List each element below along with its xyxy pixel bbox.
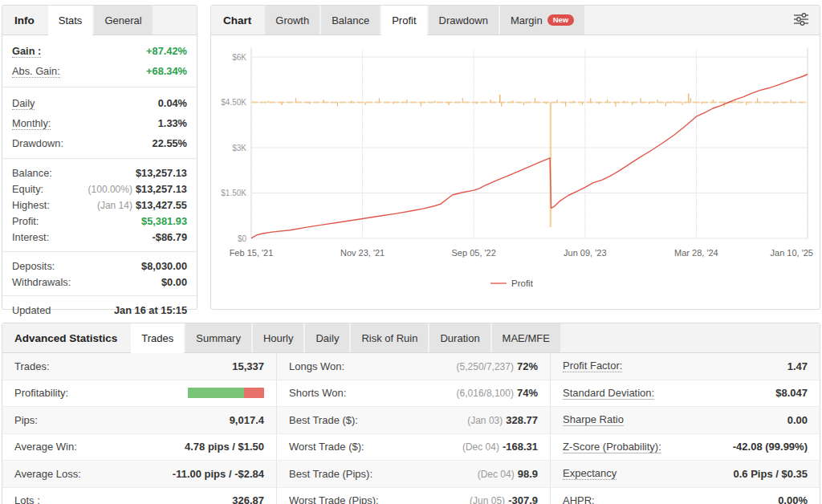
stat-row-drawdown: Drawdown:22.55% <box>2 133 197 152</box>
tab-balance[interactable]: Balance <box>321 6 380 35</box>
table-cell-label: Z-Score (Probability): <box>563 441 661 453</box>
y-axis-label: $3K <box>232 144 246 152</box>
tab-profit[interactable]: Profit <box>381 6 426 35</box>
table-value-text: -42.08 (99.99%) <box>733 441 808 453</box>
tab-margin[interactable]: MarginNew <box>500 6 584 35</box>
stat-value-text: $8,030.00 <box>141 260 187 272</box>
table-value-text: 9,017.4 <box>230 414 264 426</box>
stat-label: Profit: <box>12 215 39 227</box>
tab-daily[interactable]: Daily <box>305 323 349 352</box>
tab-growth[interactable]: Growth <box>265 6 319 35</box>
stat-label: Daily <box>12 97 35 110</box>
table-value-text: -307.9 <box>508 494 538 504</box>
tab-mae-mfe[interactable]: MAE/MFE <box>492 323 560 352</box>
table-cell-label: AHPR: <box>563 494 595 504</box>
table-value-text: 4.78 pips / $1.50 <box>185 441 264 453</box>
tab-summary[interactable]: Summary <box>185 323 251 352</box>
stat-label: Equity: <box>12 183 43 195</box>
stats-section: Gain :+87.42%Abs. Gain:+68.34% <box>2 35 197 87</box>
stat-value: 22.55% <box>153 137 187 149</box>
table-cell-value: (Jan 03)328.77 <box>467 414 538 426</box>
table-value-text: 98.9 <box>518 468 538 480</box>
legend-label: Profit <box>511 278 534 288</box>
table-value-text: 0.00 <box>787 414 808 426</box>
stat-label: Gain : <box>12 45 41 58</box>
profitability-bar <box>188 388 264 398</box>
tab-general[interactable]: General <box>94 6 152 35</box>
table-cell-value: 15,337 <box>232 360 264 372</box>
tab-stats[interactable]: Stats <box>48 6 93 35</box>
stat-row-withdrawals: Withdrawals:$0.00 <box>2 274 197 290</box>
table-cell-value: (Dec 04)98.9 <box>478 468 538 480</box>
table-cell-value: 0.00% <box>778 494 808 504</box>
table-row: Average Win:4.78 pips / $1.50Worst Trade… <box>2 434 820 461</box>
stat-value-text: $13,427.55 <box>136 199 187 211</box>
table-cell-shorts-won: Shorts Won:(6,016/8,100)74% <box>276 380 550 407</box>
table-cell-standard-deviation: Standard Deviation:$8.047 <box>550 380 820 407</box>
tab-duration[interactable]: Duration <box>429 323 490 352</box>
table-cell-average-loss: Average Loss:-11.00 pips / -$2.84 <box>2 461 276 487</box>
table-value-prefix: (Dec 04) <box>462 441 499 453</box>
stat-label: Interest: <box>12 231 49 243</box>
tab-drawdown[interactable]: Drawdown <box>429 6 498 35</box>
table-cell-label: Standard Deviation: <box>563 387 654 400</box>
stat-value: Jan 16 at 15:15 <box>114 304 187 316</box>
table-cell-label: Profitability: <box>14 387 68 399</box>
table-cell-worst-trade-pips: Worst Trade (Pips):(Jun 05)-307.9 <box>276 488 550 504</box>
table-value-prefix: (Dec 04) <box>478 469 515 480</box>
table-cell-value: (6,016/8,100)74% <box>457 387 538 399</box>
stat-value: +68.34% <box>146 65 187 77</box>
table-value-text: 74% <box>517 387 538 399</box>
table-cell-expectancy: Expectancy0.6 Pips / $0.35 <box>550 461 820 487</box>
table-cell-label: Worst Trade ($): <box>289 441 364 453</box>
table-cell-worst-trade: Worst Trade ($):(Dec 04)-168.31 <box>276 434 550 461</box>
stats-panel-body: Gain :+87.42%Abs. Gain:+68.34%Daily0.04%… <box>2 35 197 340</box>
table-value-prefix: (5,250/7,237) <box>457 361 514 372</box>
profit-chart-svg: $0$1.50K$3K$4.50K$6KFeb 15, '21Nov 23, '… <box>211 38 820 311</box>
tab-risk-of-ruin[interactable]: Risk of Ruin <box>351 323 428 352</box>
profitability-bar-loss <box>244 388 264 398</box>
x-axis-label: Sep 05, '22 <box>452 248 496 258</box>
table-value-text: 0.6 Pips / $0.35 <box>733 468 808 480</box>
table-cell-value: 1.47 <box>787 360 808 372</box>
stat-label: Highest: <box>12 199 50 211</box>
table-cell-ahpr: AHPR:0.00% <box>550 488 820 504</box>
new-badge: New <box>547 14 575 26</box>
table-cell-trades: Trades:15,337 <box>2 353 276 380</box>
stat-value-text: +87.42% <box>146 45 187 57</box>
table-cell-label: Worst Trade (Pips): <box>289 494 379 504</box>
table-cell-value: 4.78 pips / $1.50 <box>185 441 264 453</box>
stat-value-text: Jan 16 at 15:15 <box>114 304 187 316</box>
y-axis-label: $0 <box>238 234 247 243</box>
stat-value: (100.00%)$13,257.13 <box>88 183 187 195</box>
stat-label: Balance: <box>12 167 52 179</box>
tab-trades[interactable]: Trades <box>131 323 184 353</box>
table-cell-average-win: Average Win:4.78 pips / $1.50 <box>2 434 276 461</box>
account-stats-panel: InfoStatsGeneral Gain :+87.42%Abs. Gain:… <box>2 5 197 310</box>
table-cell-longs-won: Longs Won:(5,250/7,237)72% <box>276 353 550 380</box>
stats-section: Daily0.04%Monthly:1.33%Drawdown:22.55% <box>2 87 197 159</box>
table-cell-label: Longs Won: <box>289 360 344 372</box>
table-cell-pips: Pips:9,017.4 <box>2 407 276 433</box>
table-row: Lots :326.87Worst Trade (Pips):(Jun 05)-… <box>2 488 820 504</box>
table-cell-label: Pips: <box>14 414 38 426</box>
stat-row-balance: Balance:$13,257.13 <box>2 165 197 181</box>
x-axis-label: Feb 15, '21 <box>230 248 274 258</box>
table-value-prefix: (Jan 03) <box>467 415 503 426</box>
stat-value-text: $13,257.13 <box>136 183 187 195</box>
tab-hourly[interactable]: Hourly <box>253 323 304 352</box>
chart-settings-icon[interactable] <box>793 12 810 29</box>
stat-value: (Jan 14)$13,427.55 <box>97 199 187 211</box>
stat-label: Updated <box>12 304 51 316</box>
stat-row-abs-gain: Abs. Gain:+68.34% <box>2 61 197 81</box>
stat-value-prefix: (Jan 14) <box>97 200 132 211</box>
advanced-statistics-panel: Advanced StatisticsTradesSummaryHourlyDa… <box>2 323 820 504</box>
stats-section: Deposits:$8,030.00Withdrawals:$0.00 <box>2 252 197 296</box>
chart-panel-tabbar: ChartGrowthBalanceProfitDrawdownMarginNe… <box>211 6 820 35</box>
table-value-text: -11.00 pips / -$2.84 <box>173 468 264 480</box>
stat-value-text: +68.34% <box>146 65 187 77</box>
table-cell-label: Best Trade (Pips): <box>289 468 372 480</box>
table-value-prefix: (6,016/8,100) <box>457 388 514 399</box>
profitability-bar-win <box>188 388 244 398</box>
table-row: Profitability:Shorts Won:(6,016/8,100)74… <box>2 380 820 408</box>
